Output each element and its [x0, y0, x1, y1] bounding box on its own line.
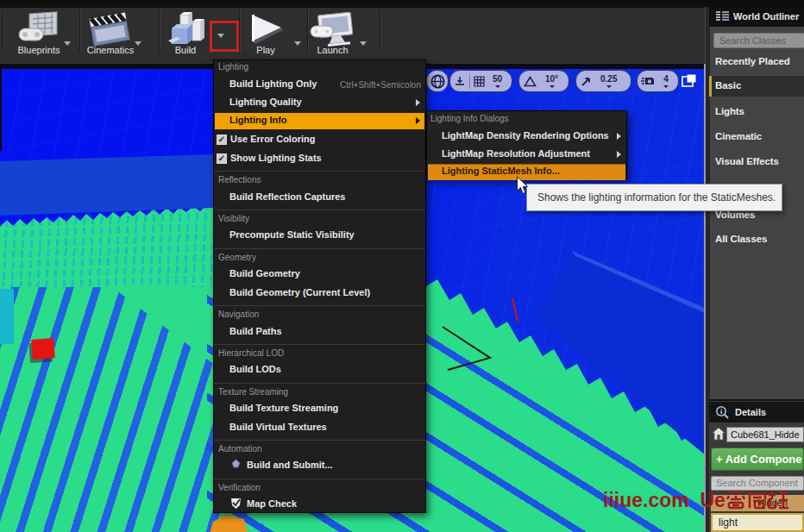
svg-text:i: i [720, 408, 723, 416]
